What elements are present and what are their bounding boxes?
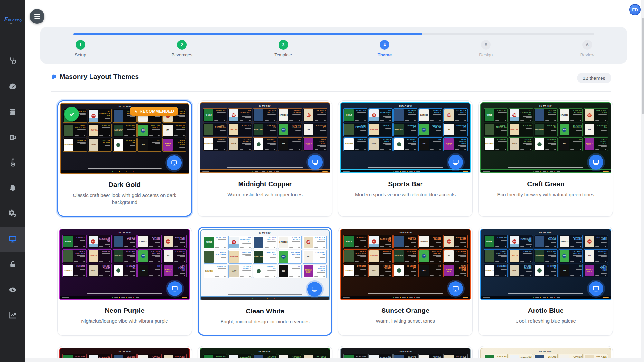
theme-description: Cool, refreshing blue palette — [491, 318, 601, 325]
beer-label — [114, 110, 123, 122]
hamburger-menu-button[interactable] — [30, 9, 44, 24]
beer-tile: HARD WAYHARD WAY IPA — [393, 249, 418, 263]
beer-tile: 413413 FARMHOUSE ALE — [228, 108, 252, 122]
beer-label: 2-WAY IPA — [89, 125, 98, 136]
preview-display-button[interactable] — [589, 155, 603, 170]
sidebar-item-monitor[interactable] — [0, 227, 25, 252]
beer-tile: 2-WAY IPA2-WAY IPA — [228, 123, 252, 136]
sidebar-item-gauge[interactable] — [0, 74, 25, 100]
beer-label: 420 — [279, 124, 288, 135]
topbar — [25, 0, 644, 16]
step-review[interactable]: 6Review — [576, 40, 599, 57]
beer-tile: 805805 — [418, 264, 442, 277]
beer-tile: 60 MINUTE IPA — [393, 137, 418, 151]
beer-label — [394, 138, 404, 150]
preview-display-button[interactable] — [167, 155, 182, 170]
beer-name: GUINNESS — [217, 266, 226, 268]
beer-tile: GUINNESSGUINNESS — [63, 138, 87, 152]
beer-tile: 40 MILE40 MILE IPA — [343, 235, 367, 248]
section-divider — [51, 91, 611, 92]
sidebar-item-database[interactable] — [0, 100, 25, 125]
step-number: 4 — [380, 40, 389, 50]
beer-name: ABITA PURPLE HAZE — [454, 265, 466, 271]
preview-title: ON TAP NOW! — [481, 229, 611, 233]
beer-label: GUINNESS — [64, 139, 73, 151]
sidebar-item-settings-gears[interactable] — [0, 201, 25, 227]
sidebar-item-lock[interactable] — [0, 252, 25, 278]
beer-name: LAGUNITAS IPA — [595, 124, 607, 128]
vertical-scrollbar[interactable] — [641, 0, 644, 362]
beer-name: 40 MILE IPA — [75, 236, 85, 238]
preview-footer — [481, 169, 611, 172]
beer-name: 60 MINUTE IPA — [264, 266, 276, 270]
preview-display-button[interactable] — [307, 282, 322, 297]
beer-tile: IPALAGUNITAS IPA — [443, 123, 468, 136]
horizontal-scrollbar[interactable] — [25, 358, 644, 362]
beer-label: 40 MILE — [344, 236, 354, 247]
beer-name: 2-WAY IPA — [523, 251, 531, 253]
beer-label: SAINT — [510, 265, 519, 276]
theme-card-sunset-orange[interactable]: ON TAP NOW!40 MILE40 MILE IPA413413 FARM… — [338, 227, 473, 336]
beer-name: OAK BLACK LAGER — [314, 237, 325, 241]
beer-name: HARD WAY IPA — [404, 124, 416, 128]
beer-tile: IPALAGUNITAS IPA — [443, 249, 468, 263]
beer-tile: 805805 — [418, 137, 442, 151]
preview-display-button[interactable] — [308, 155, 323, 170]
beer-label: PURPLE HAZE — [164, 265, 173, 276]
beer-tile: GUINNESSGUINNESS — [203, 137, 227, 151]
settings-gears-icon — [8, 209, 17, 219]
preview-display-button[interactable] — [448, 281, 463, 296]
sidebar-item-thermometer[interactable] — [0, 151, 25, 176]
beer-tiles-grid: 40 MILE40 MILE IPA413413 FARMHOUSE ALEOL… — [204, 236, 327, 278]
preview-display-button[interactable] — [589, 281, 603, 296]
step-setup[interactable]: 1Setup — [69, 40, 92, 57]
preview-display-button[interactable] — [448, 155, 463, 170]
user-avatar[interactable]: FD — [629, 4, 641, 15]
beer-label: 805 — [560, 265, 569, 276]
sidebar-item-stethoscope[interactable] — [0, 49, 25, 74]
beer-label: GUINNESS — [344, 138, 354, 150]
step-template[interactable]: 3Template — [272, 40, 295, 57]
beer-tile: SAINTO'CLOCK PILSNER — [88, 264, 112, 277]
beer-label: 1884 — [585, 109, 594, 121]
step-beverages[interactable]: 2Beverages — [171, 40, 193, 57]
logo-f-icon: F — [4, 17, 7, 22]
sidebar-item-bell[interactable] — [0, 176, 25, 201]
beer-name: 420 EXTRA PALE ALE — [289, 251, 300, 255]
step-theme[interactable]: 4Theme — [373, 40, 396, 57]
preview-display-button[interactable] — [167, 281, 182, 296]
sidebar-item-eye[interactable] — [0, 278, 25, 303]
beer-tile: 40 MILE40 MILE IPA — [203, 108, 227, 122]
beer-name: ABBOT PORTER IPA — [354, 124, 366, 128]
beer-label: HARD WAY — [254, 251, 263, 263]
theme-card-craft-green[interactable]: ON TAP NOW!40 MILE40 MILE IPA413413 FARM… — [478, 100, 613, 217]
theme-card-dark-gold[interactable]: ON TAP NOW!40 MILE40 MILE IPA413413 FARM… — [57, 100, 192, 217]
theme-card-midnight-copper[interactable]: ON TAP NOW!40 MILE40 MILE IPA413413 FARM… — [198, 100, 332, 217]
beer-name: 420 EXTRA PALE ALE — [570, 124, 582, 128]
beer-tile: 1884OAK BLACK LAGER — [443, 235, 468, 248]
theme-card-neon-purple[interactable]: ON TAP NOW!40 MILE40 MILE IPA413413 FARM… — [57, 227, 192, 336]
beer-name: 413 FARMHOUSE ALE — [379, 110, 391, 116]
sidebar-item-beer-mug[interactable] — [0, 125, 25, 151]
theme-card-sports-bar[interactable]: ON TAP NOW!40 MILE40 MILE IPA413413 FARM… — [338, 100, 473, 217]
beer-label: IPA — [585, 124, 594, 135]
preview-title: ON TAP NOW! — [341, 348, 470, 352]
preview-ticker — [368, 167, 443, 168]
beer-tile: 60 MINUTE IPA — [253, 265, 277, 278]
beer-name: OLD MAN PALE ALE — [404, 236, 416, 240]
theme-card-arctic-blue[interactable]: ON TAP NOW!40 MILE40 MILE IPA413413 FARM… — [478, 227, 613, 336]
beer-label: 805 — [419, 265, 429, 276]
scrollbar-thumb[interactable] — [642, 18, 644, 114]
beer-name: 3 AMIGOS BLANCO — [289, 237, 300, 241]
beer-tile: 413413 FARMHOUSE ALE — [368, 235, 393, 248]
beer-tile: HARD WAYHARD WAY IPA — [534, 249, 558, 263]
section-title: Masonry Layout Themes — [60, 73, 139, 80]
theme-card-clean-white[interactable]: ON TAP NOW!40 MILE40 MILE IPA413413 FARM… — [198, 227, 332, 336]
beer-tile: 420420 EXTRA PALE ALE — [418, 123, 442, 136]
step-design[interactable]: 5Design — [475, 40, 497, 57]
sidebar-item-chart[interactable] — [0, 303, 25, 329]
beer-tile: 60 MINUTE IPA — [534, 137, 558, 151]
preview-footer — [201, 296, 329, 300]
beer-tile: PURPLE HAZEABITA PURPLE HAZE — [443, 264, 468, 277]
beer-name: 60 MINUTE IPA — [404, 265, 416, 269]
